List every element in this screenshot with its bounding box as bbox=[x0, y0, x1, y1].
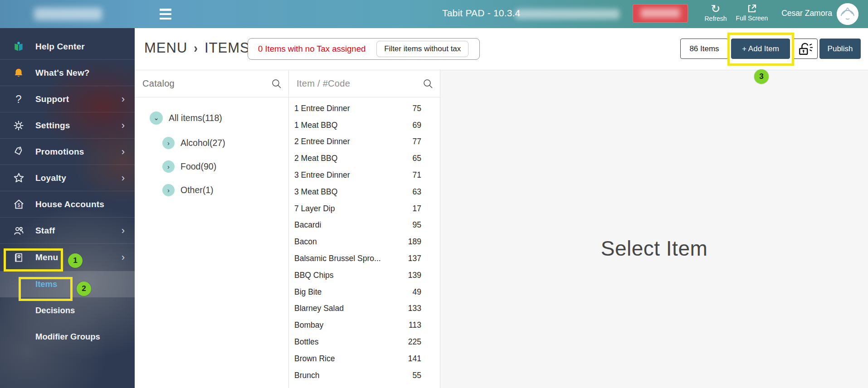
sidebar-item-label: House Accounts bbox=[35, 199, 104, 209]
catalog-node-food-90[interactable]: ›Food(90) bbox=[135, 155, 288, 178]
item-code: 63 bbox=[413, 187, 421, 197]
catalog-node-label: All items(118) bbox=[169, 113, 222, 123]
item-row[interactable]: Brunch55 bbox=[289, 367, 440, 384]
step-badge-3: 3 bbox=[754, 69, 769, 84]
catalog-tree: ⌄All items(118)›Alcohol(27)›Food(90)›Oth… bbox=[135, 97, 288, 202]
catalog-node-all-items-118[interactable]: ⌄All items(118) bbox=[135, 105, 288, 131]
help-book-icon bbox=[12, 41, 25, 53]
items-panel-title: Item / #Code bbox=[297, 78, 350, 89]
user-avatar[interactable] bbox=[837, 3, 858, 25]
publish-button[interactable]: Publish bbox=[819, 39, 861, 59]
item-name: 1 Meat BBQ bbox=[294, 121, 337, 130]
redacted-logo bbox=[34, 8, 102, 20]
chevron-right-icon[interactable]: › bbox=[162, 160, 175, 173]
fullscreen-button[interactable]: Full Screen bbox=[734, 3, 770, 22]
sidebar-item-decisions[interactable]: Decisions bbox=[0, 297, 135, 324]
breadcrumb-menu[interactable]: MENU bbox=[144, 40, 187, 56]
item-row[interactable]: 1 Meat BBQ69 bbox=[289, 117, 440, 134]
refresh-icon: ↻ bbox=[697, 3, 734, 15]
redacted-red-button[interactable] bbox=[633, 4, 688, 23]
sidebar-item-modifier-groups[interactable]: Modifier Groups bbox=[0, 324, 135, 350]
fullscreen-label: Full Screen bbox=[734, 15, 770, 22]
item-row[interactable]: 1 Entree Dinner75 bbox=[289, 100, 440, 117]
sidebar-item-label: Menu bbox=[35, 252, 58, 262]
filter-items-without-tax-button[interactable]: Filter items without tax bbox=[376, 41, 468, 57]
item-name: 3 Meat BBQ bbox=[294, 187, 337, 197]
item-row[interactable]: Bombay113 bbox=[289, 317, 440, 334]
sidebar-item-items[interactable]: Items bbox=[0, 271, 135, 297]
catalog-node-other-1[interactable]: ›Other(1) bbox=[135, 178, 288, 202]
catalog-node-label: Alcohol(27) bbox=[180, 138, 225, 148]
item-name: Bombay bbox=[294, 320, 323, 330]
select-item-placeholder: Select Item bbox=[601, 236, 708, 261]
item-code: 137 bbox=[408, 254, 421, 263]
items-search-icon[interactable] bbox=[423, 78, 434, 89]
menu-card-icon bbox=[12, 252, 25, 263]
item-name: Brown Rice bbox=[294, 354, 335, 364]
unlock-icon bbox=[796, 42, 814, 56]
sidebar-item-label: Loyalty bbox=[35, 173, 66, 183]
refresh-button[interactable]: ↻ Refresh bbox=[697, 3, 734, 22]
item-name: Bottles bbox=[294, 337, 319, 347]
sidebar-item-promotions[interactable]: Promotions› bbox=[0, 139, 135, 165]
sidebar-item-what-s-new[interactable]: What's New? bbox=[0, 60, 135, 86]
catalog-search-icon[interactable] bbox=[271, 78, 282, 89]
breadcrumb-items: ITEMS bbox=[205, 40, 250, 56]
catalog-node-label: Food(90) bbox=[180, 161, 216, 172]
catalog-node-alcohol-27[interactable]: ›Alcohol(27) bbox=[135, 131, 288, 155]
item-name: Bacardi bbox=[294, 220, 321, 230]
item-code: 189 bbox=[408, 237, 421, 247]
sidebar-item-loyalty[interactable]: Loyalty› bbox=[0, 165, 135, 191]
item-name: 3 Entree Dinner bbox=[294, 170, 350, 180]
lock-button[interactable] bbox=[792, 39, 818, 59]
item-row[interactable]: Big Bite49 bbox=[289, 284, 440, 301]
add-item-button[interactable]: + Add Item bbox=[731, 39, 790, 59]
item-row[interactable]: BBQ Chips139 bbox=[289, 267, 440, 284]
item-name: Brunch bbox=[294, 371, 319, 380]
sidebar-item-staff[interactable]: Staff› bbox=[0, 218, 135, 244]
sidebar-item-support[interactable]: ?Support› bbox=[0, 86, 135, 112]
item-name: Balsamic Brussel Spro... bbox=[294, 254, 381, 263]
catalog-panel-header: Catalog bbox=[135, 70, 288, 97]
item-name: Blarney Salad bbox=[294, 304, 344, 313]
staff-icon bbox=[12, 225, 25, 237]
items-panel: Item / #Code 1 Entree Dinner751 Meat BBQ… bbox=[289, 70, 440, 388]
item-row[interactable]: 2 Meat BBQ65 bbox=[289, 150, 440, 167]
sidebar-item-label: Modifier Groups bbox=[35, 332, 100, 342]
item-row[interactable]: Bacardi95 bbox=[289, 217, 440, 234]
item-code: 49 bbox=[413, 287, 421, 297]
sidebar-item-house-accounts[interactable]: $House Accounts bbox=[0, 191, 135, 218]
items-panel-header: Item / #Code bbox=[289, 70, 440, 97]
item-name: 7 Layer Dip bbox=[294, 204, 335, 213]
item-row[interactable]: 2 Entree Dinner77 bbox=[289, 134, 440, 150]
sidebar-item-settings[interactable]: Settings› bbox=[0, 112, 135, 139]
sidebar-item-menu[interactable]: Menu› bbox=[0, 244, 135, 271]
sidebar-item-help-center[interactable]: Help Center bbox=[0, 34, 135, 60]
sidebar-item-label: What's New? bbox=[35, 68, 90, 78]
item-name: Bacon bbox=[294, 237, 317, 247]
item-code: 225 bbox=[408, 337, 421, 347]
chevron-right-icon: › bbox=[122, 147, 125, 157]
item-row[interactable]: Brown Rice141 bbox=[289, 350, 440, 367]
breadcrumb-separator-icon: › bbox=[194, 40, 198, 56]
detail-area: Select Item bbox=[440, 70, 868, 388]
house-dollar-icon: $ bbox=[12, 199, 25, 210]
item-row[interactable]: Bottles225 bbox=[289, 334, 440, 350]
item-code: 77 bbox=[413, 137, 421, 146]
hamburger-menu-icon[interactable] bbox=[160, 9, 171, 19]
item-row[interactable]: Blarney Salad133 bbox=[289, 301, 440, 317]
item-name: 1 Entree Dinner bbox=[294, 104, 350, 113]
chevron-right-icon[interactable]: › bbox=[162, 137, 175, 149]
chevron-down-icon[interactable]: ⌄ bbox=[150, 112, 163, 125]
catalog-panel: Catalog ⌄All items(118)›Alcohol(27)›Food… bbox=[135, 70, 289, 388]
item-row[interactable]: 3 Meat BBQ63 bbox=[289, 184, 440, 200]
item-row[interactable]: Balsamic Brussel Spro...137 bbox=[289, 250, 440, 267]
star-icon bbox=[12, 172, 25, 184]
item-row[interactable]: 3 Entree Dinner71 bbox=[289, 167, 440, 184]
chevron-right-icon[interactable]: › bbox=[162, 184, 175, 196]
item-row[interactable]: Bacon189 bbox=[289, 233, 440, 250]
items-count-button[interactable]: 86 Items bbox=[680, 39, 728, 59]
user-name: Cesar Zamora bbox=[771, 9, 832, 18]
item-row[interactable]: 7 Layer Dip17 bbox=[289, 200, 440, 217]
item-list: 1 Entree Dinner751 Meat BBQ692 Entree Di… bbox=[289, 97, 440, 384]
